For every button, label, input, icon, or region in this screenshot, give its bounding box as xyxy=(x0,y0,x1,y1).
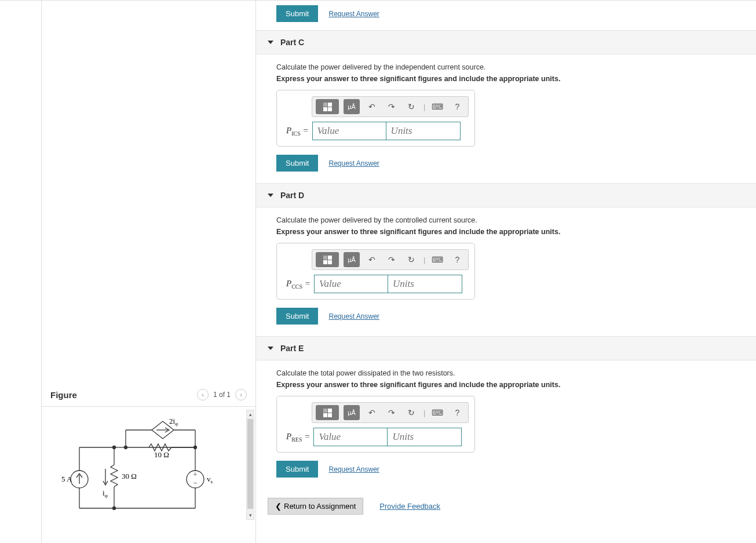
part-c-instr: Express your answer to three significant… xyxy=(276,75,736,83)
part-e-header[interactable]: Part E xyxy=(256,336,756,360)
reset-button[interactable]: ↻ xyxy=(404,252,419,267)
part-c-request-link[interactable]: Request Answer xyxy=(328,159,379,167)
redo-button[interactable]: ↷ xyxy=(384,405,399,420)
help-button[interactable]: ? xyxy=(450,99,465,114)
part-c-answer-box: µÅ ↶ ↷ ↻ | ⌨ ? PICS = xyxy=(276,90,475,147)
symbols-button[interactable]: µÅ xyxy=(344,405,360,420)
part-c-submit-button[interactable]: Submit xyxy=(276,155,318,172)
part-c-header[interactable]: Part C xyxy=(256,30,756,54)
svg-text:−: − xyxy=(193,479,197,487)
part-c-body: Calculate the power delivered by the ind… xyxy=(256,54,756,183)
submit-button-prev[interactable]: Submit xyxy=(276,5,318,22)
part-c-units-input[interactable] xyxy=(386,122,461,140)
redo-button[interactable]: ↷ xyxy=(384,252,399,267)
keyboard-button[interactable]: ⌨ xyxy=(430,252,445,267)
part-e-request-link[interactable]: Request Answer xyxy=(328,465,379,473)
figure-body: + − 5 A 30 Ω 10 Ω 2iφ iφ vs ▴ xyxy=(42,407,255,523)
svg-point-25 xyxy=(113,507,116,510)
symbols-button[interactable]: µÅ xyxy=(344,99,360,114)
circuit-diagram: + − 5 A 30 Ω 10 Ω 2iφ iφ vs xyxy=(48,416,221,520)
toolbar-separator: | xyxy=(423,409,425,417)
part-e-title: Part E xyxy=(280,344,304,353)
template-button[interactable] xyxy=(316,99,339,114)
svg-point-24 xyxy=(113,446,116,449)
figure-next-button[interactable]: › xyxy=(235,389,247,400)
toolbar-separator: | xyxy=(423,103,425,111)
scroll-down-icon[interactable]: ▾ xyxy=(247,512,254,519)
redo-button[interactable]: ↷ xyxy=(384,99,399,114)
help-button[interactable]: ? xyxy=(450,252,465,267)
part-e-submit-button[interactable]: Submit xyxy=(276,461,318,478)
caret-down-icon xyxy=(268,194,273,197)
footer-row: ❮ Return to Assignment Provide Feedback xyxy=(256,489,756,526)
keyboard-button[interactable]: ⌨ xyxy=(430,99,445,114)
part-d-request-link[interactable]: Request Answer xyxy=(328,312,379,320)
figure-page-text: 1 of 1 xyxy=(213,391,231,399)
svg-point-26 xyxy=(194,446,197,449)
part-d-header[interactable]: Part D xyxy=(256,183,756,207)
help-button[interactable]: ? xyxy=(450,405,465,420)
part-d-instr: Express your answer to three significant… xyxy=(276,228,736,236)
reset-button[interactable]: ↻ xyxy=(404,405,419,420)
part-e-var: PRES = xyxy=(286,432,310,443)
figure-scrollbar[interactable]: ▴ ▾ xyxy=(246,410,254,520)
figure-prev-button[interactable]: ‹ xyxy=(197,389,209,400)
chevron-left-icon: ❮ xyxy=(275,502,282,511)
label-2iphi: 2iφ xyxy=(169,417,178,427)
figure-pager: ‹ 1 of 1 › xyxy=(197,389,247,400)
template-button[interactable] xyxy=(316,405,339,420)
undo-button[interactable]: ↶ xyxy=(364,252,379,267)
part-d-toolbar: µÅ ↶ ↷ ↻ | ⌨ ? xyxy=(312,249,469,270)
part-e-units-input[interactable] xyxy=(388,428,462,446)
template-button[interactable] xyxy=(316,252,339,267)
caret-down-icon xyxy=(268,41,273,44)
scroll-thumb[interactable] xyxy=(247,419,253,509)
part-d-value-input[interactable] xyxy=(314,275,388,293)
part-e-instr: Express your answer to three significant… xyxy=(276,381,736,389)
part-c-toolbar: µÅ ↶ ↷ ↻ | ⌨ ? xyxy=(312,96,469,117)
part-c-var: PICS = xyxy=(286,126,309,137)
label-5A: 5 A xyxy=(61,475,72,483)
part-c-title: Part C xyxy=(280,38,304,47)
label-30ohm: 30 Ω xyxy=(122,472,137,480)
right-panel: Submit Request Answer Part C Calculate t… xyxy=(256,1,756,543)
part-d-body: Calculate the power delivered by the con… xyxy=(256,207,756,336)
reset-button[interactable]: ↻ xyxy=(404,99,419,114)
part-e-body: Calculate the total power dissipated in … xyxy=(256,360,756,489)
part-d-var: PCCS = xyxy=(286,279,311,290)
left-panel: Figure ‹ 1 of 1 › xyxy=(42,1,256,543)
label-10ohm: 10 Ω xyxy=(154,450,169,459)
left-gutter xyxy=(0,1,42,543)
figure-title: Figure xyxy=(50,390,77,400)
figure-header: Figure ‹ 1 of 1 › xyxy=(42,383,255,407)
part-d-answer-box: µÅ ↶ ↷ ↻ | ⌨ ? PCCS = xyxy=(276,243,475,300)
caret-down-icon xyxy=(268,347,273,350)
part-c-prompt: Calculate the power delivered by the ind… xyxy=(276,63,736,71)
part-c-value-input[interactable] xyxy=(312,122,386,140)
part-e-value-input[interactable] xyxy=(313,428,388,446)
symbols-button[interactable]: µÅ xyxy=(344,252,360,267)
undo-button[interactable]: ↶ xyxy=(364,99,379,114)
scroll-up-icon[interactable]: ▴ xyxy=(247,411,254,418)
svg-text:+: + xyxy=(193,470,197,479)
part-e-prompt: Calculate the total power dissipated in … xyxy=(276,369,736,377)
keyboard-button[interactable]: ⌨ xyxy=(430,405,445,420)
label-vs: vs xyxy=(207,475,213,484)
part-e-toolbar: µÅ ↶ ↷ ↻ | ⌨ ? xyxy=(312,402,469,423)
undo-button[interactable]: ↶ xyxy=(364,405,379,420)
provide-feedback-link[interactable]: Provide Feedback xyxy=(379,502,440,511)
return-to-assignment-button[interactable]: ❮ Return to Assignment xyxy=(268,498,363,515)
request-answer-link-prev[interactable]: Request Answer xyxy=(328,10,379,18)
label-iphi: iφ xyxy=(103,489,108,498)
part-e-answer-box: µÅ ↶ ↷ ↻ | ⌨ ? PRES = xyxy=(276,396,475,453)
part-d-title: Part D xyxy=(280,191,304,200)
svg-point-27 xyxy=(125,446,127,449)
part-d-prompt: Calculate the power delivered by the con… xyxy=(276,216,736,224)
part-d-units-input[interactable] xyxy=(388,275,462,293)
part-d-submit-button[interactable]: Submit xyxy=(276,308,318,325)
toolbar-separator: | xyxy=(423,256,425,264)
